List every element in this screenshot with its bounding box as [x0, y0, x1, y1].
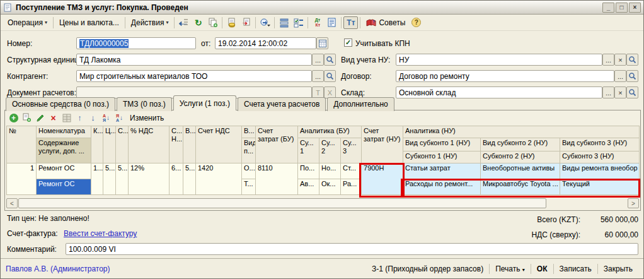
structural-unit-input[interactable]: ТД Лакомка [76, 54, 312, 66]
cell-sub3-type[interactable]: Виды ремонта внеобор [560, 163, 640, 179]
document-report-button[interactable] [325, 16, 339, 29]
cell-sub2-type[interactable]: Внеоборотные активы [481, 163, 560, 179]
copy-document-button[interactable] [205, 16, 220, 29]
current-user: Павлов А.В. (Администратор) [6, 264, 366, 273]
cell-nomenclature[interactable]: Ремонт ОС [37, 163, 91, 179]
tab-settlement-accounts[interactable]: Счета учета расчетов [238, 97, 326, 111]
counterparty-input[interactable]: Мир строительных материалов ТОО [76, 70, 312, 82]
movements-list-button[interactable] [277, 16, 291, 29]
date-input[interactable]: 19.02.2014 12:00:02 [215, 37, 316, 49]
cell-sub2[interactable]: Микроавтобус Toyota ... [481, 179, 560, 195]
edit-row-button[interactable] [33, 112, 47, 124]
save-button[interactable]: Записать [554, 263, 597, 275]
nu-type-select-button[interactable]: ... [602, 54, 614, 66]
cell-cost-nu[interactable]: 7900Н [362, 163, 403, 195]
print-form-button[interactable]: З-1 (Приходный ордер запасов) [366, 263, 489, 275]
scroll-left-button[interactable]: < [6, 198, 18, 208]
close-button[interactable]: × [629, 3, 641, 13]
operation-button[interactable]: Операция▾ [4, 16, 51, 29]
cell-su2-l2[interactable]: Ок... [319, 179, 341, 195]
cell-su1-l2[interactable]: Ав... [298, 179, 319, 195]
ok-button[interactable]: ОК [531, 263, 553, 275]
set-flags-button[interactable] [291, 16, 306, 29]
tab-fixed-assets[interactable]: Основные средства (0 поз.) [6, 97, 115, 111]
delete-row-button[interactable]: × [47, 112, 60, 124]
cell-vid-p[interactable]: Т... [242, 179, 256, 195]
sort-desc-button[interactable]: ЯА↓ [113, 112, 126, 124]
warehouse-open-button[interactable] [626, 86, 638, 98]
invoice-link[interactable]: Ввести счет-фактуру [64, 229, 137, 238]
cell-price[interactable]: 5... [103, 163, 116, 195]
contract-input[interactable]: Договор по ремонту [396, 70, 614, 82]
scroll-right-button[interactable]: > [628, 198, 639, 208]
refresh-button[interactable]: ↻ [191, 16, 205, 29]
sort-asc-button[interactable]: АЯ↓ [100, 112, 113, 124]
cell-vat-account[interactable]: 1420 [196, 163, 242, 195]
edit-menu-button[interactable]: Изменить [130, 114, 164, 122]
tips-book-icon: ? [366, 18, 376, 27]
cell-total[interactable]: 5... [183, 163, 196, 195]
font-settings-button[interactable]: Тт [343, 16, 358, 29]
cell-num[interactable]: 1 [7, 163, 37, 195]
magnifier-icon [628, 72, 636, 80]
tips-button[interactable]: ?Советы [362, 16, 409, 29]
nu-type-clear-button[interactable]: × [614, 54, 626, 66]
cell-su3[interactable]: Ст... [341, 163, 362, 179]
tab-additional[interactable]: Дополнительно [327, 97, 394, 111]
tab-services[interactable]: Услуги (1 поз.) [173, 95, 236, 110]
end-edit-button[interactable] [60, 112, 73, 124]
counterparty-select-button[interactable]: ... [312, 70, 324, 82]
close-form-button[interactable]: Закрыть [598, 263, 638, 275]
maximize-button[interactable]: □ [616, 3, 628, 13]
contract-select-button[interactable]: ... [614, 70, 626, 82]
help-icon[interactable]: ? [411, 18, 421, 27]
number-input[interactable]: ТДЛ00000005 [76, 37, 196, 49]
unpost-document-button[interactable] [239, 16, 253, 29]
cell-vat-sum[interactable]: 6... [170, 163, 183, 195]
tab-tmz[interactable]: ТМЗ (0 поз.) [117, 97, 172, 111]
kpn-checkbox[interactable]: ✓ [344, 39, 352, 47]
add-icon: + [9, 114, 18, 122]
comment-input[interactable]: 100.00.009 VI [66, 243, 638, 255]
cell-su1[interactable]: По... [298, 163, 319, 179]
move-down-button[interactable]: ↓ [86, 112, 100, 124]
cell-v[interactable]: О... [242, 163, 256, 179]
move-up-button[interactable]: ↑ [73, 112, 86, 124]
copy-row-button[interactable] [20, 112, 33, 124]
col-v: В... [242, 126, 256, 138]
warehouse-input[interactable]: Основной склад [396, 86, 602, 98]
cell-sub1[interactable]: Расходы по ремонт... [403, 179, 481, 195]
separator [125, 17, 125, 28]
add-row-button[interactable]: + [7, 112, 20, 124]
cell-vat-pct[interactable]: 12% [129, 163, 170, 195]
calendar-button[interactable] [316, 37, 328, 49]
warehouse-label: Склад: [341, 88, 365, 97]
nu-type-input[interactable]: НУ [396, 54, 602, 66]
print-button[interactable]: Печать ▾ [490, 263, 531, 275]
structural-unit-select-button[interactable]: ... [312, 54, 324, 66]
nu-type-open-button[interactable] [626, 54, 638, 66]
cell-cost-bu[interactable]: 8110 [256, 163, 298, 195]
go-to-button[interactable] [258, 16, 272, 29]
cell-sum[interactable]: 5... [116, 163, 129, 195]
scrollbar-thumb[interactable] [18, 198, 546, 208]
minimize-button[interactable]: _ [602, 3, 614, 13]
prices-currency-button[interactable]: Цены и валюта... [55, 16, 123, 29]
col-vid-sub3: Вид субконто 3 (НУ) [560, 138, 640, 151]
cell-qty[interactable]: 1... [91, 163, 103, 195]
cell-su3-l2[interactable]: Ра... [341, 179, 362, 195]
warehouse-clear-button[interactable]: × [614, 86, 626, 98]
actions-button[interactable]: Действия▾ [127, 16, 173, 29]
cell-sub1-type[interactable]: Статьи затрат [403, 163, 481, 179]
contract-open-button[interactable] [626, 70, 638, 82]
col-vid-sub2: Вид субконто 2 (НУ) [481, 138, 560, 151]
cell-content-selected[interactable]: Ремонт ОС [37, 179, 91, 195]
counterparty-open-button[interactable] [324, 70, 336, 82]
cell-su2[interactable]: Но... [319, 163, 341, 179]
cell-sub3[interactable]: Текущий [560, 179, 640, 195]
dt-kt-button[interactable]: ДтКт [310, 16, 325, 29]
reread-button[interactable] [176, 16, 191, 29]
post-document-button[interactable] [224, 16, 239, 29]
structural-unit-open-button[interactable] [324, 54, 336, 66]
warehouse-select-button[interactable]: ... [602, 86, 614, 98]
